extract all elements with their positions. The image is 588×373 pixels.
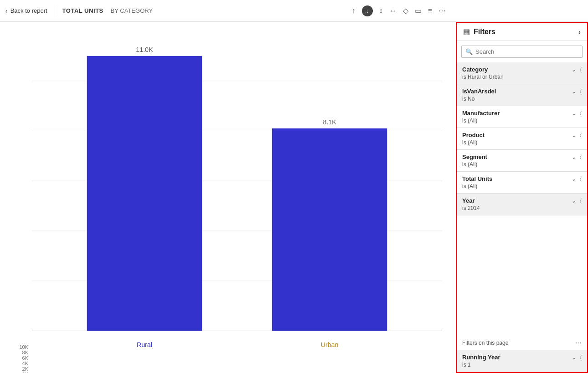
breadcrumb-title: TOTAL UNITS: [55, 7, 107, 14]
filter-item-running-year[interactable]: Running Year ⌄ 〈 is 1: [457, 350, 587, 372]
filter-name-total-units: Total Units: [462, 175, 492, 182]
filter-chevron-year[interactable]: ⌄: [572, 198, 576, 204]
filter-clear-isvanarsdel[interactable]: 〈: [580, 88, 582, 95]
filter-clear-year[interactable]: 〈: [580, 198, 582, 204]
filter-item-product[interactable]: Product ⌄ 〈 is (All): [457, 128, 587, 150]
more-icon[interactable]: ⋯: [438, 6, 446, 15]
filter-icons-segment: ⌄ 〈: [572, 154, 582, 160]
filter-icons-category: ⌄ 〈: [572, 66, 582, 73]
filters-panel: ▦ Filters › 🔍 Category ⌄ 〈 is Rural or U…: [456, 22, 588, 373]
back-chevron-icon: ‹: [5, 7, 8, 15]
filter-icons-total-units: ⌄ 〈: [572, 176, 582, 182]
search-input[interactable]: [475, 48, 578, 55]
filter-clear-product[interactable]: 〈: [580, 132, 582, 138]
filter-clear-total-units[interactable]: 〈: [580, 176, 582, 182]
filter-chevron-product[interactable]: ⌄: [572, 132, 576, 138]
search-icon: 🔍: [465, 48, 473, 55]
filter-item-isvanarsdel[interactable]: isVanArsdel ⌄ 〈 is No: [457, 84, 587, 106]
filter-item-manufacturer-header: Manufacturer ⌄ 〈: [462, 110, 582, 117]
filter-value-running-year: is 1: [462, 362, 582, 368]
sort-desc-icon[interactable]: ↓: [362, 5, 373, 16]
svg-text:Rural: Rural: [137, 341, 152, 348]
filter-value-manufacturer: is (All): [462, 118, 582, 124]
filters-page-dots[interactable]: ⋯: [575, 339, 582, 347]
chart-wrapper: 0K 2K 4K 6K 8K 10K: [14, 31, 442, 373]
filter-item-year[interactable]: Year ⌄ 〈 is 2014: [457, 194, 587, 215]
breadcrumb-subtitle: BY CATEGORY: [107, 7, 156, 14]
main-content: 0K 2K 4K 6K 8K 10K: [0, 22, 588, 373]
filters-header: ▦ Filters ›: [457, 23, 587, 41]
filter-clear-manufacturer[interactable]: 〈: [580, 110, 582, 117]
filter-item-total-units-header: Total Units ⌄ 〈: [462, 175, 582, 182]
filter-item-category-header: Category ⌄ 〈: [462, 66, 582, 73]
chart-svg: 11.0K 8.1K Rural Urban: [32, 31, 442, 373]
toolbar-icons: ↑ ↓ ↕ ↔ ◇ ▭ ≡ ⋯: [352, 5, 583, 16]
filter-icons-isvanarsdel: ⌄ 〈: [572, 88, 582, 95]
filter-value-category: is Rural or Urban: [462, 74, 582, 80]
copy-icon[interactable]: ▭: [415, 6, 422, 15]
filter-clear-category[interactable]: 〈: [580, 66, 582, 73]
chart-area: 0K 2K 4K 6K 8K 10K: [0, 22, 456, 373]
filters-funnel-icon: ▦: [463, 27, 470, 36]
filter-item-running-year-header: Running Year ⌄ 〈: [462, 354, 582, 361]
toolbar-left: ‹ Back to report TOTAL UNITS BY CATEGORY: [0, 5, 156, 17]
filter-chevron-category[interactable]: ⌄: [572, 66, 576, 73]
filter-item-product-header: Product ⌄ 〈: [462, 132, 582, 138]
filter-chevron-running-year[interactable]: ⌄: [572, 354, 576, 361]
y-axis: 0K 2K 4K 6K 8K 10K: [14, 344, 32, 373]
sort-asc-icon[interactable]: ↑: [352, 7, 356, 15]
filter-item-manufacturer[interactable]: Manufacturer ⌄ 〈 is (All): [457, 106, 587, 128]
filter-item-category[interactable]: Category ⌄ 〈 is Rural or Urban: [457, 62, 587, 84]
pin-icon[interactable]: ◇: [403, 6, 408, 15]
filter-name-category: Category: [462, 66, 488, 73]
bar-rural[interactable]: [87, 56, 202, 331]
y-label-2k: 2K: [22, 366, 28, 372]
filter-icons-running-year: ⌄ 〈: [572, 354, 582, 361]
filter-clear-segment[interactable]: 〈: [580, 154, 582, 160]
filter-item-total-units[interactable]: Total Units ⌄ 〈 is (All): [457, 172, 587, 194]
filter-name-isvanarsdel: isVanArsdel: [462, 88, 496, 95]
filters-title: Filters: [474, 28, 495, 36]
expand-icon[interactable]: ↔: [389, 7, 397, 15]
filter-item-segment[interactable]: Segment ⌄ 〈 is (All): [457, 150, 587, 172]
y-label-8k: 8K: [22, 350, 28, 355]
y-label-4k: 4K: [22, 361, 28, 366]
filters-title-wrap: ▦ Filters: [463, 27, 495, 36]
filter-value-isvanarsdel: is No: [462, 96, 582, 102]
filters-page-section: Filters on this page ⋯: [457, 336, 587, 350]
y-label-6k: 6K: [22, 355, 28, 361]
filter-name-running-year: Running Year: [462, 354, 500, 361]
filters-collapse-button[interactable]: ›: [578, 28, 581, 36]
filter-value-total-units: is (All): [462, 183, 582, 189]
filter-item-isvanarsdel-header: isVanArsdel ⌄ 〈: [462, 88, 582, 95]
toolbar: ‹ Back to report TOTAL UNITS BY CATEGORY…: [0, 0, 588, 22]
filter-chevron-total-units[interactable]: ⌄: [572, 176, 576, 182]
filter-value-year: is 2014: [462, 205, 582, 211]
filter-name-year: Year: [462, 197, 475, 204]
svg-text:8.1K: 8.1K: [323, 118, 336, 126]
sort-both-icon[interactable]: ↕: [379, 7, 383, 15]
filters-page-label: Filters on this page: [462, 340, 508, 346]
y-label-10k: 10K: [19, 344, 28, 350]
filter-value-segment: is (All): [462, 161, 582, 168]
back-label: Back to report: [10, 7, 47, 14]
back-button[interactable]: ‹ Back to report: [0, 5, 55, 17]
search-box[interactable]: 🔍: [461, 46, 583, 58]
filter-name-product: Product: [462, 132, 485, 138]
svg-text:11.0K: 11.0K: [136, 46, 153, 53]
filter-chevron-manufacturer[interactable]: ⌄: [572, 110, 576, 117]
bar-urban[interactable]: [272, 128, 387, 331]
filter-clear-running-year[interactable]: 〈: [580, 354, 582, 361]
filter-name-segment: Segment: [462, 153, 487, 160]
filter-icons-product: ⌄ 〈: [572, 132, 582, 138]
filter-item-year-header: Year ⌄ 〈: [462, 197, 582, 204]
filter-value-product: is (All): [462, 139, 582, 146]
svg-text:Urban: Urban: [321, 341, 339, 348]
filter-icons-manufacturer: ⌄ 〈: [572, 110, 582, 117]
filter-chevron-segment[interactable]: ⌄: [572, 154, 576, 160]
filter-icon[interactable]: ≡: [428, 7, 432, 15]
filter-item-segment-header: Segment ⌄ 〈: [462, 153, 582, 160]
filter-chevron-isvanarsdel[interactable]: ⌄: [572, 88, 576, 95]
filter-icons-year: ⌄ 〈: [572, 198, 582, 204]
chart-inner: 0K 2K 4K 6K 8K 10K: [14, 31, 442, 373]
